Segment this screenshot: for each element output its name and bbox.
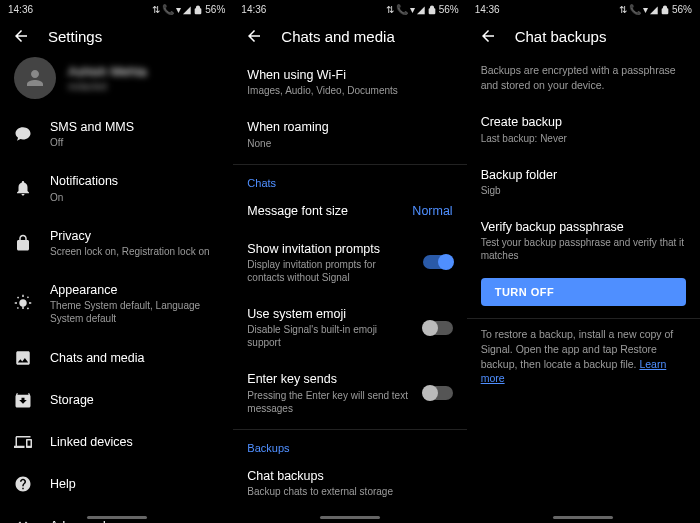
screen-chat-backups: 14:36 ⇅📞▾◢ 56% Chat backups Backups are … bbox=[467, 0, 700, 523]
item-title: Notifications bbox=[50, 173, 219, 189]
bell-icon bbox=[14, 179, 32, 197]
item-title: Appearance bbox=[50, 282, 219, 298]
profile-row[interactable]: Ashish Mehta redacted bbox=[0, 57, 233, 107]
item-sub: On bbox=[50, 191, 219, 204]
status-time: 14:36 bbox=[475, 4, 500, 15]
settings-item-storage[interactable]: Storage bbox=[0, 379, 233, 421]
restore-info: To restore a backup, install a new copy … bbox=[467, 321, 700, 398]
help-icon bbox=[14, 475, 32, 493]
avatar bbox=[14, 57, 56, 99]
back-icon[interactable] bbox=[245, 27, 263, 45]
row-invitation-prompts[interactable]: Show invitation prompts Display invitati… bbox=[233, 231, 466, 296]
item-title: Linked devices bbox=[50, 434, 219, 450]
devices-icon bbox=[14, 433, 32, 451]
status-time: 14:36 bbox=[8, 4, 33, 15]
row-create-backup[interactable]: Create backup Last backup: Never bbox=[467, 104, 700, 156]
row-chat-backups[interactable]: Chat backups Backup chats to external st… bbox=[233, 458, 466, 510]
row-system-emoji[interactable]: Use system emoji Disable Signal's built-… bbox=[233, 296, 466, 361]
status-bar: 14:36 ⇅📞▾◢ 56% bbox=[233, 0, 466, 17]
archive-icon bbox=[14, 391, 32, 409]
nav-bar bbox=[233, 516, 466, 519]
header: Chat backups bbox=[467, 17, 700, 57]
switch-invitation[interactable] bbox=[423, 255, 453, 269]
item-sub: Screen lock on, Registration lock on bbox=[50, 245, 219, 258]
page-title: Chat backups bbox=[515, 28, 607, 45]
back-icon[interactable] bbox=[479, 27, 497, 45]
image-icon bbox=[14, 349, 32, 367]
settings-item-advanced[interactable]: Advanced bbox=[0, 505, 233, 523]
font-size-value: Normal bbox=[412, 204, 452, 218]
nav-bar bbox=[467, 516, 700, 519]
nav-bar bbox=[0, 516, 233, 519]
status-icons: ⇅📞▾◢ 56% bbox=[386, 4, 459, 15]
item-sub: Off bbox=[50, 136, 219, 149]
profile-name: Ashish Mehta bbox=[68, 64, 219, 79]
header: Chats and media bbox=[233, 17, 466, 57]
row-font-size[interactable]: Message font size Normal bbox=[233, 193, 466, 231]
item-title: SMS and MMS bbox=[50, 119, 219, 135]
screen-chats-media: 14:36 ⇅📞▾◢ 56% Chats and media When usin… bbox=[233, 0, 466, 523]
page-title: Chats and media bbox=[281, 28, 394, 45]
settings-item-appearance[interactable]: AppearanceTheme System default, Language… bbox=[0, 270, 233, 337]
status-time: 14:36 bbox=[241, 4, 266, 15]
turn-off-button[interactable]: TURN OFF bbox=[481, 278, 686, 306]
settings-item-privacy[interactable]: PrivacyScreen lock on, Registration lock… bbox=[0, 216, 233, 270]
section-backups: Backups bbox=[233, 432, 466, 458]
section-chats: Chats bbox=[233, 167, 466, 193]
settings-item-sms-and-mms[interactable]: SMS and MMSOff bbox=[0, 107, 233, 161]
switch-enter[interactable] bbox=[423, 386, 453, 400]
sun-icon bbox=[14, 294, 32, 312]
profile-sub: redacted bbox=[68, 81, 219, 92]
backup-intro: Backups are encrypted with a passphrase … bbox=[467, 57, 700, 104]
settings-item-linked-devices[interactable]: Linked devices bbox=[0, 421, 233, 463]
settings-item-help[interactable]: Help bbox=[0, 463, 233, 505]
row-backup-folder[interactable]: Backup folder Sigb bbox=[467, 157, 700, 209]
settings-item-notifications[interactable]: NotificationsOn bbox=[0, 161, 233, 215]
item-sub: Theme System default, Language System de… bbox=[50, 299, 219, 325]
item-title: Privacy bbox=[50, 228, 219, 244]
status-icons: ⇅📞▾◢ 56% bbox=[619, 4, 692, 15]
item-title: Help bbox=[50, 476, 219, 492]
row-roaming[interactable]: When roaming None bbox=[233, 109, 466, 161]
lock-icon bbox=[14, 234, 32, 252]
chat-icon bbox=[14, 125, 32, 143]
screen-settings: 14:36 ⇅📞▾◢ 56% Settings Ashish Mehta red… bbox=[0, 0, 233, 523]
settings-item-chats-and-media[interactable]: Chats and media bbox=[0, 337, 233, 379]
row-enter-sends[interactable]: Enter key sends Pressing the Enter key w… bbox=[233, 361, 466, 426]
back-icon[interactable] bbox=[12, 27, 30, 45]
status-bar: 14:36 ⇅📞▾◢ 56% bbox=[467, 0, 700, 17]
header: Settings bbox=[0, 17, 233, 57]
switch-emoji[interactable] bbox=[423, 321, 453, 335]
page-title: Settings bbox=[48, 28, 102, 45]
status-icons: ⇅📞▾◢ 56% bbox=[152, 4, 225, 15]
row-wifi[interactable]: When using Wi-Fi Images, Audio, Video, D… bbox=[233, 57, 466, 109]
item-title: Storage bbox=[50, 392, 219, 408]
chats-media-list: When using Wi-Fi Images, Audio, Video, D… bbox=[233, 57, 466, 523]
status-bar: 14:36 ⇅📞▾◢ 56% bbox=[0, 0, 233, 17]
settings-list: SMS and MMSOffNotificationsOnPrivacyScre… bbox=[0, 107, 233, 523]
row-verify-passphrase[interactable]: Verify backup passphrase Test your backu… bbox=[467, 209, 700, 274]
item-title: Chats and media bbox=[50, 350, 219, 366]
